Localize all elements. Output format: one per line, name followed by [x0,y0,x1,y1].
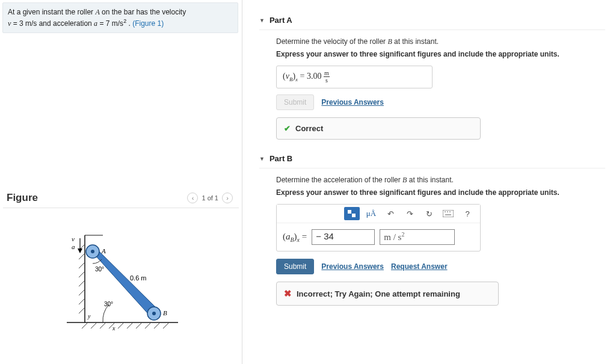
part-a: ▼ Part A Determine the velocity of the r… [259,12,605,140]
svg-rect-38 [352,214,356,217]
roller-a-symbol: A [95,8,99,16]
svg-line-10 [163,322,169,329]
svg-rect-37 [348,210,351,214]
part-b-lhs: (aB)x = [283,232,307,243]
svg-text:a: a [72,243,75,250]
svg-text:30°: 30° [95,266,104,273]
figure-diagram: v a A B 30° 30° 0.6 m x y [0,208,242,364]
part-b-feedback: ✖ Incorrect; Try Again; One attempt rema… [276,282,499,306]
part-a-feedback: ✔ Correct [276,117,481,140]
part-a-previous-answers-link[interactable]: Previous Answers [321,98,384,106]
part-a-instructions: Express your answer to three significant… [276,50,605,58]
svg-line-19 [79,298,85,304]
figure-counter: 1 of 1 [202,194,218,202]
redo-icon[interactable]: ↷ [402,207,417,220]
part-a-submit-button: Submit [276,94,314,110]
collapse-caret-icon: ▼ [259,156,265,162]
part-b-feedback-text: Incorrect; Try Again; One attempt remain… [297,289,460,298]
check-icon: ✔ [284,124,291,133]
part-b-answer-panel: μÅ ↶ ↷ ↻ ? (aB)x = − 34 m / s2 [276,204,481,251]
svg-line-20 [79,307,85,313]
svg-line-17 [79,280,85,286]
part-a-title: Part A [270,16,292,25]
answer-toolbar: μÅ ↶ ↷ ↻ ? [277,205,480,223]
collapse-caret-icon: ▼ [259,17,265,23]
svg-line-3 [100,322,106,329]
next-figure-button[interactable]: › [222,193,233,203]
svg-line-15 [79,262,85,268]
part-a-answer-display: (vB)x = 3.00 ms [276,66,433,88]
intro-text: At a given instant the roller [8,8,95,16]
help-button[interactable]: ? [460,207,475,220]
part-b-unit-input[interactable]: m / s2 [380,229,455,245]
svg-rect-39 [443,210,454,217]
svg-line-18 [79,289,85,295]
units-button[interactable]: μÅ [363,207,379,220]
svg-text:A: A [101,247,106,254]
part-a-feedback-text: Correct [295,124,323,133]
svg-line-6 [127,322,133,329]
part-b-previous-answers-link[interactable]: Previous Answers [321,262,384,271]
part-b-submit-button[interactable]: Submit [276,259,314,274]
part-b-instructions: Express your answer to three significant… [276,188,605,197]
figure-pager: ‹ 1 of 1 › [187,193,233,203]
svg-line-9 [154,322,160,329]
part-b-header[interactable]: ▼ Part B [259,150,605,168]
undo-icon[interactable]: ↶ [383,207,398,220]
reset-icon[interactable]: ↻ [421,207,437,220]
part-b: ▼ Part B Determine the acceleration of t… [259,150,605,306]
svg-marker-21 [90,249,159,318]
figure-header: Figure ‹ 1 of 1 › [3,192,239,208]
figure-link[interactable]: (Figure 1) [132,19,164,28]
svg-line-2 [91,322,97,329]
svg-line-16 [79,271,85,277]
part-b-title: Part B [270,154,292,163]
svg-text:30°: 30° [104,301,113,307]
svg-text:0.6 m: 0.6 m [130,274,147,282]
svg-line-8 [145,322,151,329]
figure-title: Figure [7,192,38,204]
svg-line-7 [136,322,142,329]
problem-statement: At a given instant the roller A on the b… [2,2,238,33]
part-b-value-input[interactable]: − 34 [312,229,375,245]
template-icon[interactable] [344,207,360,220]
svg-line-5 [118,322,124,329]
keyboard-icon[interactable] [440,207,456,220]
svg-line-14 [79,253,85,259]
part-b-prompt: Determine the acceleration of the roller… [276,176,605,185]
svg-point-25 [152,312,156,315]
svg-line-1 [82,322,88,329]
svg-text:B: B [163,309,167,316]
svg-marker-27 [78,248,82,253]
svg-text:v: v [72,235,75,242]
part-a-header[interactable]: ▼ Part A [259,12,605,30]
x-icon: ✖ [284,288,292,299]
svg-text:x: x [112,325,116,332]
part-a-prompt: Determine the velocity of the roller B a… [276,37,605,46]
prev-figure-button[interactable]: ‹ [187,193,198,203]
svg-point-23 [91,250,94,253]
svg-text:y: y [87,313,91,319]
part-b-request-answer-link[interactable]: Request Answer [391,262,448,271]
